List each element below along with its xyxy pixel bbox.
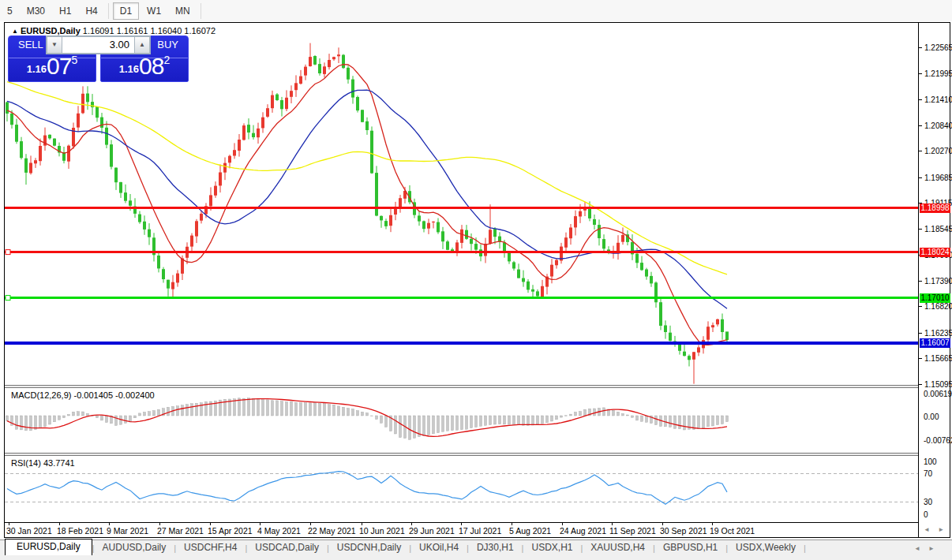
candle-body <box>593 219 596 225</box>
main-chart-panel[interactable]: ▲ EURUSD,Daily 1.16091 1.16161 1.16040 1… <box>5 23 918 385</box>
ma-line-10 <box>7 65 727 345</box>
volume-increase-button[interactable]: ▲ <box>134 36 150 54</box>
chart-tab-usdcnh[interactable]: USDCNH,Daily <box>329 540 409 555</box>
macd-bar <box>707 416 710 427</box>
price-tick-label: 1.16235 <box>919 329 950 338</box>
rsi-chart[interactable] <box>5 456 918 522</box>
candle-body <box>640 263 643 270</box>
timeframe-button-m30[interactable]: M30 <box>21 3 51 19</box>
timeframe-button-w1[interactable]: W1 <box>141 3 167 19</box>
tab-separator: | <box>804 543 806 555</box>
chart-tab-dj30[interactable]: DJ30,H1 <box>469 540 522 555</box>
candle-body <box>233 150 236 155</box>
sell-price-base: 1.16 <box>27 63 47 75</box>
one-click-trade-widget: SELL 1.16075 BUY 1.16082 ▼ <box>8 35 189 82</box>
indicator-axis-label: 0.00 <box>919 413 950 421</box>
date-tick <box>662 523 663 525</box>
chart-tab-ukoil[interactable]: UKOil,H4 <box>411 540 467 555</box>
chart-tab-gbpusd[interactable]: GBPUSD,H1 <box>655 540 725 555</box>
macd-bar <box>632 416 634 417</box>
timeframe-button-d1[interactable]: D1 <box>113 2 139 20</box>
candle-body <box>389 215 392 226</box>
candle-body <box>190 236 193 247</box>
axis-scroll-arrows[interactable]: ◄ ► <box>924 526 947 533</box>
line-anchor-handle[interactable] <box>6 296 10 301</box>
chart-tab-usdx[interactable]: USDX,H1 <box>523 540 580 555</box>
macd-bar <box>679 416 681 429</box>
macd-bar <box>305 403 307 416</box>
rsi-line <box>7 472 727 505</box>
candle-body <box>441 231 444 241</box>
line-anchor-handle[interactable] <box>6 250 10 255</box>
candle-body <box>138 215 141 222</box>
candle-body <box>437 222 440 233</box>
candle-body <box>261 118 264 129</box>
macd-bar <box>314 403 317 416</box>
candle-body <box>484 244 487 256</box>
chart-tab-usdcad[interactable]: USDCAD,Daily <box>247 540 327 555</box>
collapse-triangle-icon[interactable]: ▲ <box>12 28 18 35</box>
candle-body <box>294 83 298 90</box>
chart-tab-audusd[interactable]: AUDUSD,Daily <box>95 540 174 555</box>
macd-bar <box>96 416 99 418</box>
volume-decrease-button[interactable]: ▼ <box>47 36 62 54</box>
chart-tab-xauusd[interactable]: XAUUSD,H4 <box>583 540 653 555</box>
sell-button[interactable]: SELL <box>18 39 43 54</box>
price-tick-label: 1.22565 <box>919 43 950 52</box>
candle-body <box>365 121 369 130</box>
macd-bar <box>380 416 383 423</box>
macd-bar <box>527 416 530 425</box>
volume-input[interactable]: 3.00 <box>62 36 134 54</box>
candle-body <box>332 57 335 59</box>
date-tick <box>59 523 60 525</box>
macd-bar <box>532 416 534 425</box>
candle-body <box>53 139 56 146</box>
macd-bar <box>21 416 23 430</box>
macd-bar <box>627 415 629 416</box>
candle-body <box>664 326 667 333</box>
candle-body <box>579 211 582 217</box>
price-tick-label: 1.21995 <box>919 69 950 78</box>
macd-bar <box>480 416 482 426</box>
timeframe-button-mn[interactable]: MN <box>169 3 197 19</box>
price-axis[interactable]: 1.225651.219951.214101.208401.202701.196… <box>918 23 950 537</box>
candle-body <box>654 282 658 302</box>
macd-bar <box>295 402 298 416</box>
macd-bar <box>366 413 369 416</box>
buy-price-pip: 2 <box>163 54 170 66</box>
candle-body <box>119 182 122 193</box>
date-axis[interactable]: 30 Jan 202118 Feb 20219 Mar 202127 Mar 2… <box>5 522 918 537</box>
rsi-panel[interactable]: RSI(14) 43.7741 <box>5 456 918 522</box>
tab-scroll-arrows[interactable]: ◄ ► <box>914 545 938 552</box>
candle-body <box>96 106 99 118</box>
indicator-axis-label: 70 <box>919 469 950 478</box>
chart-tab-usdx[interactable]: USDX,Weekly <box>728 540 804 555</box>
macd-bar <box>338 406 340 416</box>
macd-bar <box>352 409 354 416</box>
candle-body <box>124 192 127 201</box>
sell-price-pip: 5 <box>71 54 77 66</box>
macd-bar <box>281 401 283 416</box>
chart-tab-usdchf[interactable]: USDCHF,H4 <box>176 540 245 555</box>
macd-bar <box>115 416 118 426</box>
macd-signal-line <box>7 399 727 437</box>
macd-bar <box>437 416 440 433</box>
macd-panel[interactable]: MACD(12,26,9) -0.001405 -0.002400 <box>5 388 918 453</box>
candle-body <box>219 173 222 186</box>
macd-bar <box>684 416 686 430</box>
timeframe-button-h4[interactable]: H4 <box>79 3 103 19</box>
macd-bar <box>39 416 42 428</box>
macd-bar <box>542 416 544 424</box>
date-label: 15 Apr 2021 <box>208 526 253 536</box>
price-tick-label: 1.21410 <box>919 95 950 104</box>
buy-button[interactable]: BUY <box>157 39 178 54</box>
macd-bar <box>655 416 658 425</box>
candle-body <box>285 98 288 109</box>
timeframe-button-h1[interactable]: H1 <box>53 3 77 19</box>
date-label: 4 May 2021 <box>257 526 301 536</box>
timeframe-button-5[interactable]: 5 <box>1 3 19 19</box>
chart-tab-eurusd[interactable]: EURUSD,Daily <box>5 539 92 555</box>
macd-bar <box>395 416 397 434</box>
macd-bar <box>139 413 141 416</box>
candle-body <box>536 291 539 296</box>
